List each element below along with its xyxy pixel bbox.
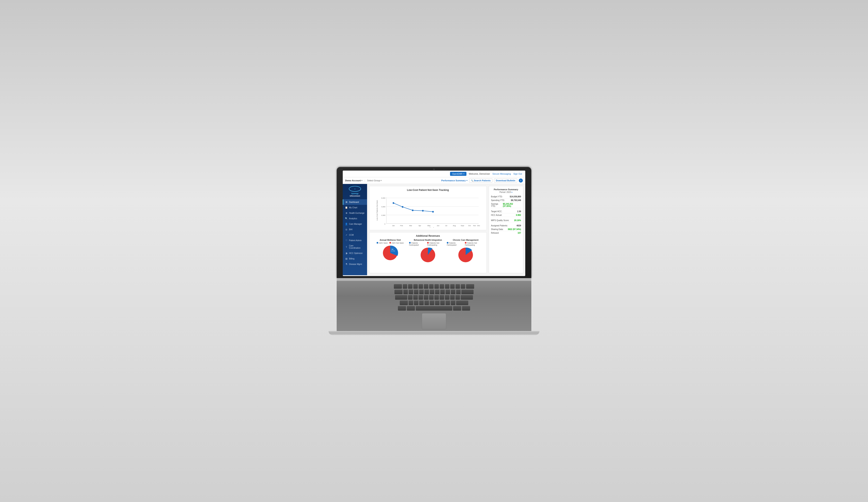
svg-text:Oct: Oct: [468, 225, 471, 227]
group-selector[interactable]: Select Group: [367, 179, 382, 182]
diseasemgmt-icon: ⚗: [345, 263, 348, 266]
navbar: Demo Account | Select Group Performance …: [343, 177, 525, 184]
revenues-title: Additional Revenues: [371, 235, 485, 237]
bhi-participated-legend: Patients Participated: [409, 242, 425, 246]
line-chart-card: Low-Cost Patient Not-Seen Tracking Low-C…: [369, 186, 487, 230]
openemr-button[interactable]: OpenEMR: [450, 172, 466, 176]
perf-value-savings: $5,243,252 (37.35%): [503, 203, 521, 207]
perf-row-targethcc: Target HCC: 1.59: [491, 210, 521, 213]
main-layout: S SynergyInfoconnect ⊞ Dashboard 📋 My Ch…: [343, 184, 525, 275]
ccm-pie-chart: [455, 247, 476, 263]
info-button[interactable]: i: [519, 178, 523, 183]
sidebar-item-healthexchange[interactable]: ⊕ Health Exchange: [343, 210, 367, 216]
ccm-participated-legend: Patients Participated: [447, 242, 463, 246]
sidebar: S SynergyInfoconnect ⊞ Dashboard 📋 My Ch…: [343, 184, 367, 275]
bhi-legend: Patients Participated Patients Not Parti…: [409, 242, 447, 246]
key-esc: [394, 284, 402, 289]
awv-pie-chart: 536 (13.3%): [380, 245, 400, 261]
sidebar-item-billing[interactable]: ▤ Billing: [343, 256, 367, 262]
perf-row-assigned: Assigned Patients: 4029: [491, 224, 521, 228]
sidebar-label-mychart: My Chart: [349, 206, 357, 209]
svg-text:Low-Cost Patients Not-Seen: Low-Cost Patients Not-Seen: [376, 200, 378, 221]
sidebar-label-caremanager: Care Manager: [349, 223, 362, 225]
perf-label-refused: Refused:: [491, 232, 499, 234]
sidebar-item-caremanager[interactable]: 👤 Care Manager: [343, 221, 367, 227]
svg-point-15: [432, 211, 434, 213]
sidebar-label-hccoptimizer: HCC Optimizer: [349, 252, 363, 254]
svg-point-12: [402, 206, 403, 208]
perf-period[interactable]: Period: 2023: [491, 191, 521, 193]
key-space: [416, 306, 452, 310]
sidebar-item-diseasemgmt[interactable]: ⚗ Disease Mgmt: [343, 262, 367, 267]
bhi-icon: ◎: [345, 228, 348, 231]
keyboard: [337, 281, 531, 331]
caremanager-icon: 👤: [345, 223, 348, 225]
sidebar-item-ccm[interactable]: ✓ CCM: [343, 232, 367, 238]
performance-summary-button[interactable]: Performance Summary: [441, 179, 467, 182]
perf-row-budget: Budget YTD: $14,036,800: [491, 195, 521, 198]
pie-section-ccm: Chronic Care Management Patients Partici…: [447, 239, 485, 263]
bhi-notparticipating-legend: Patients Not Participating: [427, 242, 447, 246]
perf-title: Performance Summary: [491, 188, 521, 191]
sidebar-item-analytics[interactable]: 🔍 Analytics: [343, 216, 367, 221]
sidebar-logo: S SynergyInfoconnect: [343, 184, 367, 199]
svg-text:Apr: Apr: [418, 225, 421, 227]
perf-row-refused: Refused: 107: [491, 231, 521, 235]
perf-value-assigned: 4029: [517, 225, 521, 227]
search-patients-button[interactable]: Search Patients: [469, 178, 493, 183]
welcome-text: Welcome, DemoUser: [469, 173, 490, 175]
pie-section-bhi: Behavioral Health Integration Patients P…: [409, 239, 447, 263]
account-selector[interactable]: Demo Account: [345, 179, 362, 182]
perf-label-hccactual: HCC Actual:: [491, 214, 502, 216]
chart-title: Low-Cost Patient Not-Seen Tracking: [372, 188, 484, 192]
sidebar-label-ccm: CCM: [349, 234, 354, 236]
logo-text: SynergyInfoconnect: [344, 193, 365, 197]
perf-row-mips: MIPS Quality Score: 20.16%: [491, 219, 521, 222]
bhi-pie-chart: [418, 247, 438, 263]
svg-text:2,000: 2,000: [381, 214, 385, 216]
perf-value-refused: 107: [518, 232, 521, 234]
perf-label-targethcc: Target HCC:: [491, 210, 502, 213]
perf-value-budget: $14,036,800: [510, 195, 521, 198]
svg-text:0: 0: [384, 223, 385, 225]
perf-row-spending: Spending YTD: $8,793,548: [491, 198, 521, 202]
perf-row-sharing: Sharing Data: 3922 (97.34%): [491, 228, 521, 231]
patientadmin-icon: ♡: [345, 239, 348, 242]
sidebar-item-carecoordination[interactable]: ⚕ Care Coordination: [343, 243, 367, 250]
download-bulletin-button[interactable]: Download Bulletin: [494, 178, 517, 183]
perf-value-hccactual: 0.982: [516, 214, 521, 216]
secure-messaging-link[interactable]: Secure Messaging: [493, 173, 511, 175]
carecoordination-icon: ⚕: [345, 246, 348, 248]
sidebar-item-patientadmin[interactable]: ♡ Patient Admin: [343, 238, 367, 243]
bhi-title: Behavioral Health Integration: [414, 239, 442, 241]
sidebar-item-hccoptimizer[interactable]: ◑ HCC Optimizer: [343, 250, 367, 256]
awv-seen-legend: AWV Seen: [376, 242, 388, 244]
perf-value-targethcc: 1.59: [517, 210, 521, 213]
sign-out-link[interactable]: Sign Out: [513, 173, 522, 175]
sidebar-label-analytics: Analytics: [349, 217, 357, 220]
additional-revenues-card: Additional Revenues Annual Wellness Visi…: [369, 232, 487, 273]
svg-text:6,000: 6,000: [381, 197, 385, 199]
line-chart-svg: Low-Cost Patients Not-Seen 0 2,000 4,000…: [372, 193, 484, 228]
perf-label-sharing: Sharing Data:: [491, 228, 503, 230]
ccm-title: Chronic Care Management: [453, 239, 479, 241]
svg-text:Nov: Nov: [473, 225, 476, 227]
svg-point-11: [393, 202, 394, 204]
trackpad[interactable]: [422, 313, 446, 329]
sidebar-label-bhi: BHI: [349, 228, 352, 230]
analytics-icon: 🔍: [345, 217, 348, 220]
sidebar-item-dashboard[interactable]: ⊞ Dashboard: [343, 199, 367, 205]
pie-charts-row: Annual Wellness Visit AWV Seen AWV Not S…: [371, 239, 485, 263]
svg-text:Dec: Dec: [477, 225, 480, 227]
svg-text:4,000: 4,000: [381, 206, 385, 208]
ccm-notparticipating-legend: Patients Not Participating: [465, 242, 485, 246]
svg-text:Jul: Jul: [445, 225, 447, 227]
sidebar-item-mychart[interactable]: 📋 My Chart: [343, 205, 367, 210]
sidebar-item-bhi[interactable]: ◎ BHI: [343, 227, 367, 232]
svg-text:Mar: Mar: [409, 225, 412, 227]
perf-row-hccactual: HCC Actual: 0.982: [491, 213, 521, 217]
svg-text:Jan: Jan: [392, 225, 395, 227]
svg-point-14: [422, 210, 424, 212]
perf-row-savings: Savings YTD: $5,243,252 (37.35%): [491, 202, 521, 208]
awv-title: Annual Wellness Visit: [380, 239, 401, 241]
